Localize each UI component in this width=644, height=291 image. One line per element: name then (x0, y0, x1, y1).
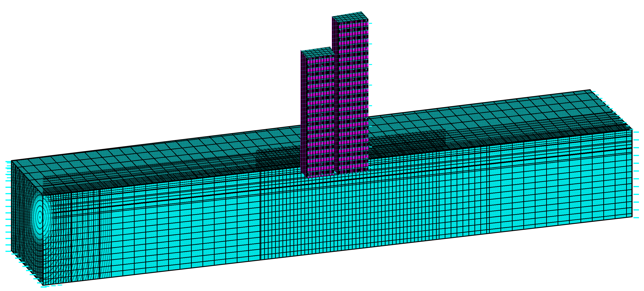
boundary-tick-right-edge (634, 202, 639, 203)
boundary-tick-left-edge-fine (7, 171, 11, 172)
boundary-tick-left-edge (6, 251, 11, 252)
boundary-tick-left-edge (6, 212, 11, 213)
boundary-tick-left-edge (6, 199, 11, 201)
boundary-tick-top-right-slant (602, 101, 606, 102)
boundary-tick-right-edge (634, 178, 639, 179)
boundary-tick-top-right-slant (619, 119, 623, 119)
boundary-tick-tower-right-edge (369, 44, 372, 44)
boundary-tick-front-bottom-corner (45, 286, 49, 287)
boundary-tick-left-bottom-slant (30, 274, 36, 275)
boundary-tick-left-bottom-slant (15, 258, 21, 259)
boundary-tick-front-bottom-corner (51, 285, 56, 286)
boundary-tick-tower-right-edge (369, 105, 372, 106)
boundary-tick-left-edge-fine (7, 165, 11, 166)
boundary-tick-tower-right-edge (369, 146, 372, 147)
boundary-tick-right-edge (634, 217, 639, 218)
boundary-tick-left-edge (6, 219, 11, 220)
boundary-tick-left-edge (6, 161, 11, 162)
boundary-tick-top-right-slant (609, 108, 613, 109)
boundary-tick-tower-right-edge (369, 85, 372, 86)
boundary-tick-left-bottom-slant (12, 253, 17, 255)
boundary-tick-left-edge (6, 193, 11, 194)
boundary-tick-right-edge (634, 132, 639, 133)
boundary-tick-left-bottom-slant (26, 270, 32, 271)
boundary-tick-left-bottom-slant (33, 278, 39, 279)
boundary-tick-front-bottom-corner (58, 284, 62, 285)
boundary-tick-right-edge (634, 186, 639, 187)
boundary-tick-tower-right-edge (369, 64, 372, 65)
boundary-tick-left-edge (6, 187, 11, 188)
boundary-condition-symbols (0, 0, 644, 291)
boundary-tick-right-edge (634, 209, 639, 210)
boundary-tick-left-bottom-slant (37, 282, 43, 283)
boundary-tick-right-edge (634, 194, 639, 195)
boundary-tick-left-edge-fine (7, 162, 11, 163)
boundary-tick-top-right-slant (595, 95, 599, 95)
boundary-tick-right-edge (634, 139, 639, 140)
boundary-tick-left-edge (6, 225, 11, 226)
boundary-tick-left-edge-fine (7, 174, 11, 175)
boundary-tick-left-edge-fine (7, 177, 11, 178)
boundary-tick-tower-right-edge (369, 167, 372, 168)
boundary-tick-right-edge (634, 170, 639, 172)
boundary-tick-left-edge (6, 231, 11, 233)
boundary-tick-right-edge (634, 155, 639, 156)
boundary-tick-top-right-slant (606, 105, 609, 106)
boundary-tick-right-edge (634, 147, 639, 148)
boundary-tick-right-edge (634, 163, 639, 164)
boundary-tick-left-edge (6, 238, 11, 239)
boundary-tick-top-right-slant (612, 112, 616, 113)
boundary-tick-top-right-slant (599, 98, 602, 99)
boundary-tick-top-right-slant (630, 129, 633, 130)
boundary-tick-top-right-slant (626, 125, 630, 126)
boundary-tick-tower-right-edge (369, 126, 372, 127)
boundary-tick-top-right-slant (592, 91, 596, 92)
boundary-tick-left-edge (6, 206, 11, 207)
boundary-tick-top-right-slant (616, 115, 620, 116)
boundary-tick-left-edge (6, 244, 11, 245)
boundary-tick-tower-right-edge (369, 23, 372, 24)
fem-model-viewport[interactable] (0, 0, 644, 291)
boundary-tick-top-right-slant (623, 122, 626, 123)
boundary-tick-left-bottom-slant (19, 262, 25, 263)
boundary-tick-left-edge-fine (7, 180, 11, 181)
boundary-tick-left-bottom-slant (22, 266, 28, 267)
boundary-tick-left-edge-fine (7, 168, 11, 169)
